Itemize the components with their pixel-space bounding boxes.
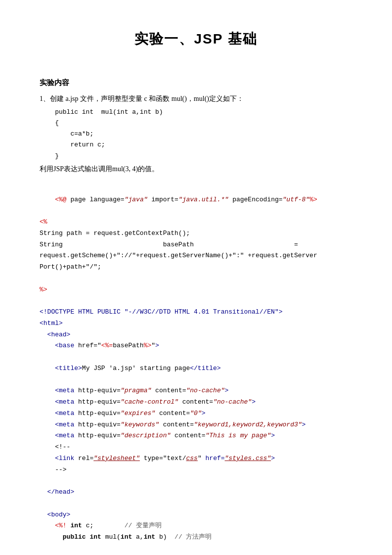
jsp-expr-base: <%= [101,342,113,349]
attr-language: language= [89,196,124,203]
jsp-scriptlet-open: <% [40,218,47,226]
comment-open: <!-- [40,443,70,451]
attr-language-value: "java" [125,196,148,203]
meta-keywords-equiv: "keywords" [121,421,159,428]
meta-expires-content: "0" [190,410,201,417]
section-heading: 实验内容 [40,78,352,88]
meta-pragma-content: "no-cache" [186,387,225,394]
meta-expires: <meta [55,410,78,417]
comment-close: --> [40,466,67,473]
comment-var: // 变量声明 [125,522,162,529]
keyword-int3: int [121,533,132,541]
meta-pragma: <meta [55,387,78,394]
attr-href: href= [78,342,97,349]
jsp-scriptlet-close: %> [40,286,47,293]
comment-method: // 方法声明 [174,533,212,541]
body-open: <body> [47,511,71,518]
page-title: 实验一、JSP 基础 [40,30,352,48]
meta-expires-equiv: "expires" [121,410,155,417]
request-port: Port()+path+"/"; [40,263,101,271]
base-tag: <base [55,342,78,349]
keyword-int4: int [144,533,155,541]
html-open: <html> [40,320,63,327]
link-rel-value: "stylesheet" [93,455,140,462]
meta-desc-equiv: "description" [121,432,171,439]
title-content: My JSP 'a.jsp' starting page [82,365,190,372]
doctype: <!DOCTYPE HTML PUBLIC "-//W3C//DTD HTML … [40,308,282,316]
keyword-public: public [63,533,86,541]
expr-line: 利用JSP表达式输出调用mul(3, 4)的值。 [40,163,352,175]
request-scheme: request.getScheme()+"://" [40,252,136,259]
head-open: <head> [47,331,71,338]
keyword-int: int [70,522,82,529]
meta-keywords: <meta [55,421,78,428]
code-block-plain: public int mul(int a,int b) { c=a*b; ret… [40,107,352,161]
link-type-value: "text/ [163,455,186,462]
base-tag-close: > [155,342,159,349]
page-keyword: page [70,196,89,203]
string-path: String path = request.getContextPath(); [40,230,190,237]
meta-keywords-content: "keyword1,keyword2,keyword3" [194,421,302,428]
meta-cache-content: "no-cache" [213,398,252,406]
attr-import-value: "java.util.*" [178,196,228,203]
jsp-decl-open: <%! [55,522,66,529]
meta-cache: <meta [55,398,78,406]
head-close: </head> [47,488,75,496]
jsp-directive-open: <%@ [55,196,70,203]
title-open: <title> [55,365,82,372]
link-tag: <link [55,455,78,462]
attr-encoding-value: "utf-8" [283,196,310,203]
meta-desc-content: "This is my page" [206,432,271,439]
link-href-value: "styles.css" [225,455,271,462]
meta-description: <meta [55,432,78,439]
code-section: <%@ page language="java" import="java.ut… [40,183,352,543]
string-basepath: String basePath = [40,241,298,248]
keyword-int2: int [89,533,101,541]
link-type-css: css [186,455,198,462]
meta-pragma-equiv: "pragma" [121,387,151,394]
jsp-directive-close: %> [309,196,317,203]
jsp-expr-base-close: %> [144,342,152,349]
intro-line1: 1、创建 a.jsp 文件，声明整型变量 c 和函数 mul()，mul()定义… [40,92,352,105]
title-close: </title> [190,365,220,372]
meta-cache-equiv: "cache-control" [121,398,178,406]
